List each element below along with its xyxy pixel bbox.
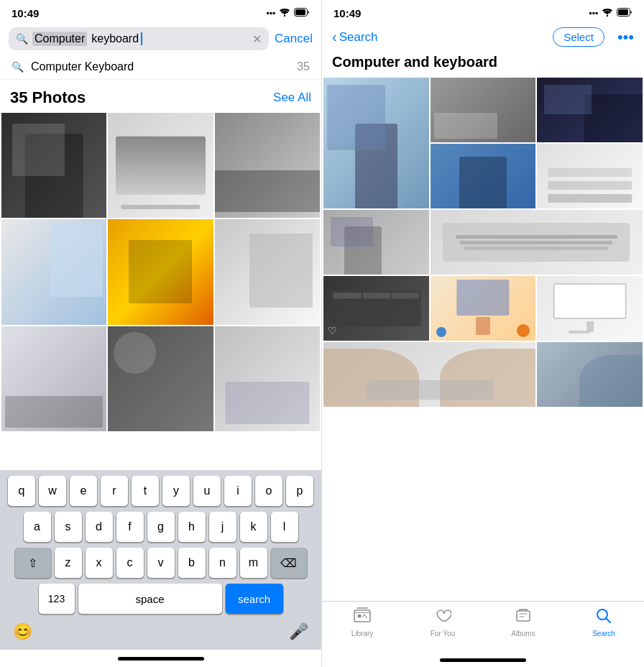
search-typed-text: Computer keyboard	[32, 32, 142, 46]
cancel-button[interactable]: Cancel	[275, 32, 313, 46]
key-x[interactable]: x	[86, 548, 113, 578]
keyboard-bottom-row: 😊 🎤	[3, 620, 318, 650]
back-chevron-icon: ‹	[332, 29, 337, 45]
mic-key[interactable]: 🎤	[289, 622, 308, 641]
key-v[interactable]: v	[147, 548, 175, 578]
photo-r11[interactable]	[323, 342, 535, 407]
tab-albums[interactable]: Albums	[483, 607, 564, 653]
home-indicator-left	[0, 650, 321, 667]
heart-icon: ♡	[328, 325, 337, 336]
shift-key[interactable]: ⇧	[15, 548, 51, 578]
key-a[interactable]: a	[24, 512, 51, 542]
search-input-wrapper[interactable]: 🔍 Computer keyboard ✕	[9, 27, 269, 50]
nav-bar-right: ‹ Search Select •••	[322, 23, 644, 51]
keyboard-row-3: ⇧ z x c v b n m ⌫	[3, 548, 318, 578]
search-icon-left: 🔍	[16, 33, 28, 45]
suggestion-text: Computer Keyboard	[31, 60, 297, 73]
tab-foryou[interactable]: For You	[402, 607, 483, 653]
key-z[interactable]: z	[55, 548, 82, 578]
backspace-key[interactable]: ⌫	[271, 548, 307, 578]
search-tab-icon	[595, 607, 612, 627]
foryou-icon	[434, 607, 451, 627]
search-bar[interactable]: 🔍 Computer keyboard ✕ Cancel	[0, 23, 321, 55]
photo-cell-9[interactable]	[215, 326, 320, 431]
suggestion-search-icon: 🔍	[12, 61, 24, 73]
photo-cell-5[interactable]	[108, 219, 213, 324]
key-l[interactable]: l	[271, 512, 298, 542]
see-all-button[interactable]: See All	[273, 91, 311, 105]
photo-r1[interactable]	[323, 78, 429, 208]
key-t[interactable]: t	[132, 476, 159, 506]
photo-cell-1[interactable]	[1, 113, 106, 218]
search-clear-icon[interactable]: ✕	[252, 32, 262, 46]
photo-grid-right: ♡	[323, 78, 643, 407]
photo-cell-7[interactable]	[1, 326, 106, 431]
battery-icon-right	[617, 8, 632, 19]
key-s[interactable]: s	[55, 512, 82, 542]
photo-r6[interactable]	[323, 210, 429, 275]
svg-point-8	[358, 615, 362, 618]
key-c[interactable]: c	[116, 548, 144, 578]
status-bar-left: 10:49 ▪▪▪	[0, 0, 321, 23]
key-q[interactable]: q	[8, 476, 35, 506]
photo-r12[interactable]	[537, 342, 643, 407]
photo-r3[interactable]	[537, 78, 643, 142]
cursor	[141, 32, 142, 45]
status-bar-right: 10:49 ▪▪▪	[322, 0, 644, 23]
svg-point-3	[607, 14, 608, 16]
photo-r8[interactable]: ♡	[323, 276, 429, 341]
key-g[interactable]: g	[147, 512, 175, 542]
photo-cell-2[interactable]	[108, 113, 213, 218]
photo-grid-left	[0, 113, 321, 431]
photo-r10[interactable]	[537, 276, 643, 341]
svg-rect-6	[354, 610, 370, 622]
emoji-key[interactable]: 😊	[13, 622, 32, 641]
status-icons-left: ▪▪▪	[266, 8, 310, 19]
library-icon	[354, 607, 371, 627]
search-word1: Computer	[32, 32, 87, 46]
photo-cell-6[interactable]	[215, 219, 320, 324]
key-i[interactable]: i	[224, 476, 252, 506]
key-o[interactable]: o	[255, 476, 282, 506]
photo-cell-8[interactable]	[108, 326, 213, 431]
svg-rect-9	[517, 611, 530, 621]
space-key[interactable]: space	[78, 584, 222, 614]
photo-r2[interactable]	[431, 78, 536, 142]
search-key[interactable]: search	[226, 584, 283, 614]
key-e[interactable]: e	[70, 476, 97, 506]
photo-grid-right-container: ♡	[322, 78, 644, 601]
photos-header: 35 Photos See All	[0, 80, 321, 113]
albums-icon	[515, 607, 532, 627]
back-label: Search	[339, 30, 378, 45]
tab-foryou-label: For You	[431, 630, 455, 638]
photo-cell-4[interactable]	[1, 219, 106, 324]
key-k[interactable]: k	[240, 512, 267, 542]
tab-search[interactable]: Search	[564, 607, 644, 653]
key-m[interactable]: m	[240, 548, 267, 578]
photo-r7[interactable]	[431, 210, 643, 275]
suggestion-row[interactable]: 🔍 Computer Keyboard 35	[0, 55, 321, 80]
key-n[interactable]: n	[209, 548, 236, 578]
key-p[interactable]: p	[286, 476, 313, 506]
right-phone: 10:49 ▪▪▪ ‹ Sear	[322, 0, 644, 667]
key-j[interactable]: j	[209, 512, 236, 542]
number-key[interactable]: 123	[39, 584, 75, 614]
photo-cell-3[interactable]	[215, 113, 320, 218]
more-button[interactable]: •••	[617, 28, 634, 47]
key-f[interactable]: f	[116, 512, 144, 542]
photo-r5[interactable]	[537, 144, 643, 208]
key-y[interactable]: y	[162, 476, 190, 506]
tab-library[interactable]: Library	[322, 607, 402, 653]
photo-r4[interactable]	[431, 144, 536, 208]
key-w[interactable]: w	[39, 476, 66, 506]
select-button[interactable]: Select	[553, 27, 604, 47]
key-b[interactable]: b	[178, 548, 206, 578]
home-indicator-right	[322, 653, 644, 667]
key-h[interactable]: h	[178, 512, 206, 542]
key-u[interactable]: u	[193, 476, 221, 506]
key-d[interactable]: d	[86, 512, 113, 542]
back-button[interactable]: ‹ Search	[332, 29, 378, 45]
photo-r9[interactable]	[431, 276, 536, 341]
signal-icon-right: ▪▪▪	[589, 8, 598, 18]
key-r[interactable]: r	[101, 476, 128, 506]
